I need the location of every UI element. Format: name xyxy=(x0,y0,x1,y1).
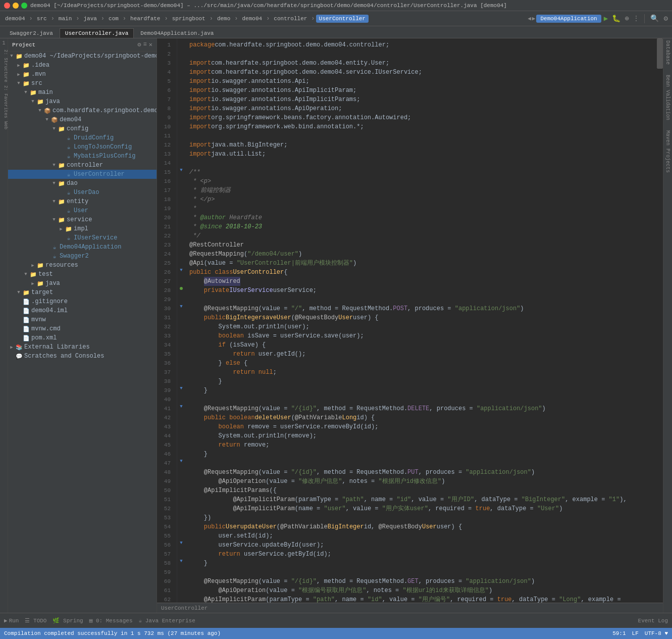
search-everywhere-button[interactable]: 🔍 xyxy=(648,14,661,23)
code-editor[interactable]: package com.heardfate.springboot.demo.de… xyxy=(185,38,657,603)
usercontroller-crumb[interactable]: UserController xyxy=(316,15,369,23)
fold-arrow[interactable]: ▼ xyxy=(180,304,182,309)
tree-item-impl-folder[interactable]: ▶ 📁 impl xyxy=(8,224,157,233)
tree-item-longtojsonconfig[interactable]: ☕ LongToJsonConfig xyxy=(8,142,157,152)
tree-item-java[interactable]: ▼ 📁 java xyxy=(8,97,157,106)
tree-item-demo04iml[interactable]: 📄 demo04.iml xyxy=(8,306,157,315)
code-line-52: @ApiImplicitParam(name = "user", value =… xyxy=(185,504,657,513)
tree-label: dao xyxy=(67,180,78,187)
tree-item-com-package[interactable]: ▼ 📦 com.heardfate.springboot.demo xyxy=(8,106,157,115)
toolbar-breadcrumb: demo04 › src › main › java › com › heard… xyxy=(2,15,369,23)
demo04-crumb[interactable]: demo04 xyxy=(239,15,266,23)
code-line-39: } xyxy=(185,386,657,395)
src-crumb[interactable]: src xyxy=(34,15,50,23)
web-panel-icon[interactable]: Web xyxy=(0,120,8,131)
tree-item-main[interactable]: ▼ 📁 main xyxy=(8,88,157,97)
file-icon: 📄 xyxy=(22,298,30,306)
fold-arrow[interactable]: ▼ xyxy=(180,268,182,273)
settings-button[interactable]: ⚙ xyxy=(662,14,670,23)
java-enterprise-tab[interactable]: ☕ Java Enterprise xyxy=(139,617,195,624)
database-panel-label[interactable]: Database xyxy=(665,40,670,65)
tree-item-demo04app[interactable]: ☕ Demo04Application xyxy=(8,242,157,252)
tree-item-mvn[interactable]: ▶ 📁 .mvn xyxy=(8,70,157,79)
run-config-selector[interactable]: Demo04Application xyxy=(536,15,601,23)
tab-swagger2[interactable]: Swagger2.java xyxy=(4,28,59,38)
code-line-8: import io.swagger.annotations.ApiOperati… xyxy=(185,104,657,113)
coverage-button[interactable]: ⊕ xyxy=(623,14,630,23)
tree-item-root[interactable]: ▼ 📁 demo04 ~/IdeaProjects/springboot-dem… xyxy=(8,52,157,61)
java-icon: ☕ xyxy=(65,207,73,215)
tab-demo04application[interactable]: Demo04Application.java xyxy=(135,28,219,38)
structure-panel-icon[interactable]: 2: Structure xyxy=(0,48,8,84)
tree-item-user[interactable]: ☕ User xyxy=(8,206,157,215)
todo-tab[interactable]: ☰ TODO xyxy=(25,617,46,624)
minimize-button[interactable] xyxy=(13,3,19,9)
bean-validation-label[interactable]: Bean Validation xyxy=(665,75,670,120)
tree-item-dao-folder[interactable]: ▼ 📁 dao xyxy=(8,179,157,188)
tree-item-mybatisplusconfig[interactable]: ☕ MybatisPlusConfig xyxy=(8,152,157,161)
fold-arrow[interactable]: ▼ xyxy=(180,540,182,546)
tree-item-external-libraries[interactable]: ▶ 📚 External Libraries xyxy=(8,342,157,352)
tree-item-mvnw[interactable]: 📄 mvnw xyxy=(8,315,157,324)
fold-arrow[interactable]: ▼ xyxy=(180,459,182,464)
project-panel-icon[interactable]: 1 xyxy=(0,38,8,48)
tree-item-entity-folder[interactable]: ▼ 📁 entity xyxy=(8,197,157,206)
sidebar-collapse-icon[interactable]: ≡ xyxy=(143,41,147,48)
tab-usercontroller[interactable]: UserController.java xyxy=(60,28,134,38)
cursor-position: 59:1 xyxy=(612,630,626,636)
tree-item-test[interactable]: ▼ 📁 test xyxy=(8,270,157,279)
code-line-44: System.out.println(remove); xyxy=(185,431,657,440)
tree-item-controller-folder[interactable]: ▼ 📁 controller xyxy=(8,161,157,170)
tree-item-config[interactable]: ▼ 📁 config xyxy=(8,124,157,133)
maximize-button[interactable] xyxy=(21,3,27,9)
tree-item-usercontroller[interactable]: ☕ UserController xyxy=(8,170,157,179)
fold-arrow[interactable]: ▼ xyxy=(180,168,182,173)
tree-label: test xyxy=(38,271,53,278)
controller-crumb[interactable]: controller xyxy=(271,15,310,23)
tree-item-idea[interactable]: ▶ 📁 .idea xyxy=(8,61,157,70)
fold-arrow[interactable]: ▼ xyxy=(180,404,182,409)
com-crumb[interactable]: com xyxy=(106,15,122,23)
debug-button[interactable]: 🐛 xyxy=(610,14,622,23)
tree-item-swagger2[interactable]: ☕ Swagger2 xyxy=(8,252,157,261)
fold-arrow[interactable]: ▼ xyxy=(180,386,182,391)
tree-item-pomxml[interactable]: 📄 pom.xml xyxy=(8,333,157,342)
tree-item-target[interactable]: ▼ 📁 target xyxy=(8,288,157,297)
event-log-btn[interactable]: Event Log xyxy=(638,618,668,624)
tree-item-userdao[interactable]: ☕ UserDao xyxy=(8,188,157,197)
tree-item-scratches[interactable]: 💬 Scratches and Consoles xyxy=(8,352,157,361)
overview-ruler[interactable] xyxy=(657,38,663,603)
code-line-54: public User updateUser(@PathVariable Big… xyxy=(185,522,657,531)
maven-projects-label[interactable]: Maven Projects xyxy=(665,130,670,173)
tree-item-service-folder[interactable]: ▼ 📁 service xyxy=(8,215,157,224)
messages-tab[interactable]: ▤ 0: Messages xyxy=(89,617,133,624)
more-run-button[interactable]: ⋮ xyxy=(632,15,641,22)
sidebar-title: Project xyxy=(12,42,35,48)
project-crumb[interactable]: demo04 xyxy=(2,15,28,23)
sidebar-close-icon[interactable]: ✕ xyxy=(149,41,152,48)
close-button[interactable] xyxy=(4,3,10,9)
code-line-36: } else { xyxy=(185,359,657,368)
favorites-panel-icon[interactable]: 2: Favorites xyxy=(0,84,8,120)
tree-item-mvnwcmd[interactable]: 📄 mvnw.cmd xyxy=(8,324,157,333)
tree-item-gitignore[interactable]: 📄 .gitignore xyxy=(8,297,157,306)
run-tab[interactable]: ▶ Run xyxy=(4,617,19,624)
sidebar-sync-icon[interactable]: ⚙ xyxy=(137,41,141,48)
fold-arrow[interactable]: ▼ xyxy=(180,559,182,564)
demo-crumb[interactable]: demo xyxy=(214,15,233,23)
scrollbar-thumb[interactable] xyxy=(657,38,663,69)
code-line-18: * </p> xyxy=(185,195,657,204)
java-crumb[interactable]: java xyxy=(80,15,99,23)
tree-item-demo04-package[interactable]: ▼ 📦 demo04 xyxy=(8,115,157,124)
heardfate-crumb[interactable]: heardfate xyxy=(127,15,163,23)
spring-tab[interactable]: 🌿 Spring xyxy=(53,617,83,624)
tree-item-src[interactable]: ▼ 📁 src xyxy=(8,79,157,88)
main-crumb[interactable]: main xyxy=(56,15,75,23)
tree-item-druidconfig[interactable]: ☕ DruidConfig xyxy=(8,133,157,142)
tree-item-iuserservice[interactable]: ☕ IUserService xyxy=(8,233,157,242)
code-line-5: import io.swagger.annotations.Api; xyxy=(185,77,657,86)
tree-item-resources[interactable]: ▶ 📁 resources xyxy=(8,261,157,270)
tree-item-test-java[interactable]: ▶ 📁 java xyxy=(8,279,157,288)
run-button[interactable]: ▶ xyxy=(602,14,609,23)
springboot-crumb[interactable]: springboot xyxy=(169,15,209,23)
